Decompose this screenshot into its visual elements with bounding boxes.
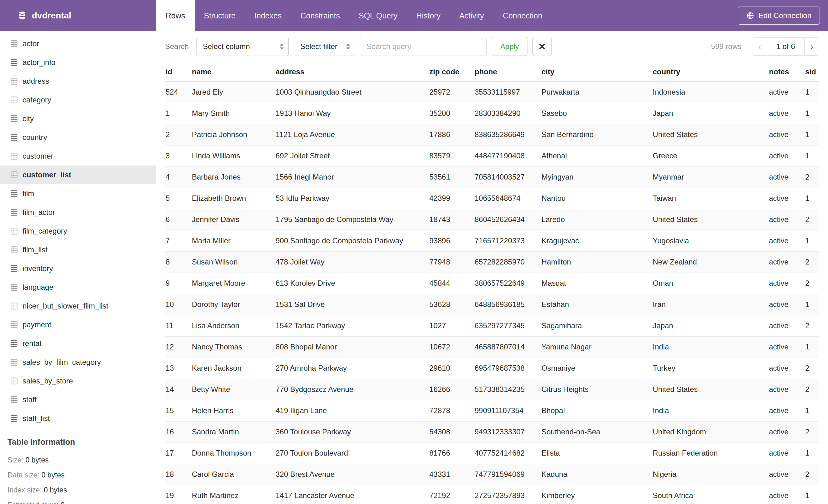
table-cell: Donna Thompson bbox=[191, 443, 275, 464]
column-header-phone[interactable]: phone bbox=[474, 62, 541, 82]
table-cell: 900 Santiago de Compostela Parkway bbox=[275, 230, 429, 251]
table-cell: 13 bbox=[165, 358, 191, 379]
table-info-value: 0 bytes bbox=[42, 471, 65, 479]
tab-connection[interactable]: Connection bbox=[493, 0, 551, 31]
apply-button[interactable]: Apply bbox=[492, 37, 528, 56]
sidebar-item-nicer_but_slower_film_list[interactable]: nicer_but_slower_film_list bbox=[0, 296, 156, 315]
table-grid-icon bbox=[11, 209, 17, 216]
table-row[interactable]: 10Dorothy Taylor1531 Sal Drive5362864885… bbox=[165, 294, 819, 315]
table-row[interactable]: 19Ruth Martinez1417 Lancaster Avenue7219… bbox=[165, 485, 819, 504]
sidebar-item-customer[interactable]: customer bbox=[0, 147, 156, 166]
table-row[interactable]: 17Donna Thompson270 Toulon Boulevard8176… bbox=[165, 443, 819, 464]
sidebar-item-address[interactable]: address bbox=[0, 72, 156, 91]
table-cell: 648856936185 bbox=[474, 294, 541, 315]
table-grid-icon bbox=[11, 134, 17, 141]
sidebar-item-sales_by_store[interactable]: sales_by_store bbox=[0, 372, 156, 390]
pagination: ‹ 1 of 6 › bbox=[752, 38, 819, 56]
table-cell: 2 bbox=[804, 251, 819, 273]
table-cell: 2 bbox=[165, 124, 191, 145]
sidebar-item-category[interactable]: category bbox=[0, 91, 156, 109]
sidebar-item-label: sales_by_store bbox=[23, 377, 73, 385]
tab-structure[interactable]: Structure bbox=[195, 0, 245, 31]
table-cell: 53561 bbox=[429, 167, 474, 188]
table-row[interactable]: 14Betty White770 Bydgoszcz Avenue1626651… bbox=[165, 379, 819, 400]
tab-activity[interactable]: Activity bbox=[450, 0, 493, 31]
table-grid-icon bbox=[11, 153, 17, 159]
tab-rows[interactable]: Rows bbox=[156, 0, 195, 31]
search-query-input[interactable] bbox=[360, 37, 487, 56]
column-select[interactable]: Select column bbox=[196, 37, 289, 56]
sidebar-item-film[interactable]: film bbox=[0, 184, 156, 203]
table-row[interactable]: 524Jared Ely1003 Qinhuangdao Street25972… bbox=[165, 82, 819, 103]
table-grid-icon bbox=[11, 377, 17, 384]
table-cell: 320 Brest Avenue bbox=[275, 464, 429, 485]
sidebar-item-label: city bbox=[23, 114, 34, 123]
sidebar-item-actor[interactable]: actor bbox=[0, 34, 156, 53]
column-header-name[interactable]: name bbox=[191, 62, 275, 82]
sidebar-item-rental[interactable]: rental bbox=[0, 334, 156, 353]
tab-history[interactable]: History bbox=[407, 0, 450, 31]
column-header-sid[interactable]: sid bbox=[804, 62, 819, 82]
table-row[interactable]: 5Elizabeth Brown53 Idfu Parkway423991065… bbox=[165, 188, 819, 209]
edit-connection-button[interactable]: Edit Connection bbox=[738, 7, 820, 25]
table-row[interactable]: 18Carol Garcia320 Brest Avenue4333174779… bbox=[165, 464, 819, 485]
table-cell: 28303384290 bbox=[474, 103, 541, 124]
table-row[interactable]: 7Maria Miller900 Santiago de Compostela … bbox=[165, 230, 819, 251]
table-cell: Myingyan bbox=[541, 167, 652, 188]
sidebar-item-label: rental bbox=[23, 339, 41, 348]
table-row[interactable]: 16Sandra Martin360 Toulouse Parkway54308… bbox=[165, 421, 819, 443]
table-cell: 2 bbox=[804, 209, 819, 230]
sidebar-item-sales_by_film_category[interactable]: sales_by_film_category bbox=[0, 353, 156, 372]
sidebar-item-actor_info[interactable]: actor_info bbox=[0, 53, 156, 72]
table-cell: 2 bbox=[804, 379, 819, 400]
table-cell: 380657522649 bbox=[474, 273, 541, 294]
header-tabs: RowsStructureIndexesConstraintsSQL Query… bbox=[156, 0, 552, 31]
next-page-button[interactable]: › bbox=[804, 38, 819, 56]
sidebar-item-film_actor[interactable]: film_actor bbox=[0, 203, 156, 222]
table-row[interactable]: 13Karen Jackson270 Amroha Parkway2961069… bbox=[165, 358, 819, 379]
sidebar-item-staff_list[interactable]: staff_list bbox=[0, 409, 156, 428]
table-cell: Maria Miller bbox=[191, 230, 275, 251]
column-header-zip-code[interactable]: zip code bbox=[429, 62, 474, 82]
table-row[interactable]: 8Susan Wilson478 Joliet Way7794865728228… bbox=[165, 251, 819, 273]
sidebar-item-customer_list[interactable]: customer_list bbox=[0, 166, 156, 184]
table-row[interactable]: 3Linda Williams692 Joliet Street83579448… bbox=[165, 145, 819, 167]
tab-sql-query[interactable]: SQL Query bbox=[349, 0, 407, 31]
tab-indexes[interactable]: Indexes bbox=[245, 0, 291, 31]
table-row[interactable]: 12Nancy Thomas808 Bhopal Manor1067246588… bbox=[165, 336, 819, 358]
sidebar-item-country[interactable]: country bbox=[0, 128, 156, 147]
table-cell: Laredo bbox=[541, 209, 652, 230]
sidebar-item-payment[interactable]: payment bbox=[0, 315, 156, 334]
sidebar-item-inventory[interactable]: inventory bbox=[0, 259, 156, 278]
sidebar-item-staff[interactable]: staff bbox=[0, 390, 156, 409]
select-stepper-icon bbox=[280, 43, 284, 50]
sidebar: actoractor_infoaddresscategorycitycountr… bbox=[0, 31, 156, 504]
table-cell: Margaret Moore bbox=[191, 273, 275, 294]
table-cell: 657282285970 bbox=[474, 251, 541, 273]
filter-select[interactable]: Select filter bbox=[294, 37, 355, 56]
table-row[interactable]: 2Patricia Johnson1121 Loja Avenue1788683… bbox=[165, 124, 819, 145]
sidebar-item-city[interactable]: city bbox=[0, 109, 156, 128]
table-row[interactable]: 6Jennifer Davis1795 Santiago de Composte… bbox=[165, 209, 819, 230]
table-row[interactable]: 4Barbara Jones1566 Inegl Manor5356170581… bbox=[165, 167, 819, 188]
table-cell: active bbox=[768, 400, 804, 421]
table-row[interactable]: 1Mary Smith1913 Hanoi Way352002830338429… bbox=[165, 103, 819, 124]
table-cell: United States bbox=[652, 124, 768, 145]
table-row[interactable]: 9Margaret Moore613 Korolev Drive45844380… bbox=[165, 273, 819, 294]
column-header-country[interactable]: country bbox=[652, 62, 768, 82]
previous-page-button[interactable]: ‹ bbox=[752, 38, 767, 56]
sidebar-item-film_list[interactable]: film_list bbox=[0, 240, 156, 259]
sidebar-item-film_category[interactable]: film_category bbox=[0, 222, 156, 240]
table-row[interactable]: 15Helen Harris419 Iligan Lane72878990911… bbox=[165, 400, 819, 421]
column-header-city[interactable]: city bbox=[541, 62, 652, 82]
sidebar-item-language[interactable]: language bbox=[0, 278, 156, 296]
column-header-notes[interactable]: notes bbox=[768, 62, 804, 82]
table-cell: Sandra Martin bbox=[191, 421, 275, 443]
clear-search-button[interactable] bbox=[532, 37, 552, 56]
column-header-id[interactable]: id bbox=[165, 62, 191, 82]
results-table: idnameaddresszip codephonecitycountrynot… bbox=[165, 62, 819, 504]
tab-constraints[interactable]: Constraints bbox=[291, 0, 349, 31]
column-header-address[interactable]: address bbox=[275, 62, 429, 82]
table-row[interactable]: 11Lisa Anderson1542 Tarlac Parkway102763… bbox=[165, 315, 819, 336]
table-cell: 1121 Loja Avenue bbox=[275, 124, 429, 145]
